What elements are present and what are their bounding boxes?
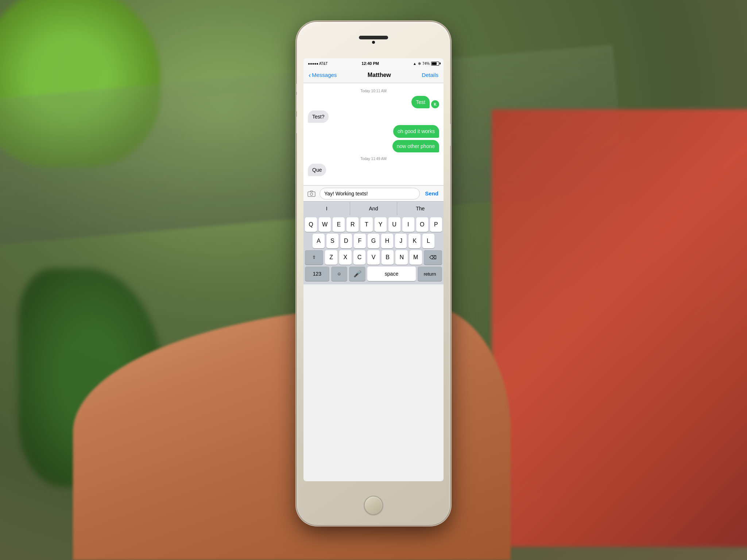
signal-icon: ▲: [413, 62, 417, 66]
back-label: Messages: [312, 72, 337, 78]
side-power-button[interactable]: [450, 124, 452, 146]
avatar: K: [431, 100, 439, 108]
autocomplete-item[interactable]: The: [397, 202, 444, 215]
message-row: Que: [308, 164, 439, 176]
volume-up-button[interactable]: [295, 95, 297, 111]
key-o[interactable]: O: [416, 217, 428, 232]
key-q[interactable]: Q: [305, 217, 317, 232]
status-right-icons: ▲ ✻ 74%: [413, 62, 439, 66]
message-bubble-outgoing: Test: [411, 96, 430, 108]
message-text-input[interactable]: Yay! Working texts!: [320, 188, 420, 199]
send-button[interactable]: Send: [423, 189, 441, 198]
key-a[interactable]: A: [313, 234, 325, 248]
keyboard-row-1: Q W E R T Y U I O P: [305, 217, 442, 232]
key-m[interactable]: M: [410, 250, 422, 265]
key-f[interactable]: F: [354, 234, 366, 248]
front-camera: [372, 41, 375, 44]
autocomplete-item[interactable]: And: [350, 202, 397, 215]
battery-percent: 74%: [422, 62, 430, 66]
key-spacer-right: [436, 234, 442, 248]
key-n[interactable]: N: [395, 250, 408, 265]
key-t[interactable]: T: [360, 217, 372, 232]
key-i[interactable]: I: [402, 217, 414, 232]
back-button[interactable]: ‹ Messages: [309, 72, 337, 78]
message-row: now other phone: [308, 140, 439, 152]
phone: ●●●●● AT&T 12:40 PM ▲ ✻ 74% ‹ Messages M…: [297, 22, 450, 525]
key-h[interactable]: H: [381, 234, 393, 248]
key-j[interactable]: J: [395, 234, 407, 248]
key-e[interactable]: E: [333, 217, 345, 232]
timestamp-2: Today 11:49 AM: [308, 157, 439, 161]
details-button[interactable]: Details: [422, 72, 438, 78]
key-v[interactable]: V: [367, 250, 380, 265]
message-bubble-incoming: Que: [308, 164, 326, 176]
key-s[interactable]: S: [326, 234, 338, 248]
timestamp-1: Today 10:11 AM: [308, 89, 439, 93]
keyboard-row-2: A S D F G H J K L: [305, 234, 442, 248]
key-p[interactable]: P: [430, 217, 442, 232]
key-g[interactable]: G: [368, 234, 380, 248]
clock: 12:40 PM: [361, 61, 379, 66]
input-text: Yay! Working texts!: [324, 191, 368, 197]
return-key[interactable]: return: [418, 267, 442, 281]
phone-screen: ●●●●● AT&T 12:40 PM ▲ ✻ 74% ‹ Messages M…: [303, 58, 444, 481]
message-input-area: Yay! Working texts! Send: [303, 185, 444, 201]
keyboard-row-4: 123 ☺ 🎤 space return: [305, 267, 442, 281]
key-l[interactable]: L: [422, 234, 434, 248]
delete-key[interactable]: ⌫: [424, 250, 442, 265]
navigation-bar: ‹ Messages Matthew Details: [303, 68, 444, 83]
message-bubble-outgoing: oh good it works: [393, 125, 439, 137]
space-key[interactable]: space: [367, 267, 416, 281]
number-key[interactable]: 123: [305, 267, 329, 281]
message-row: oh good it works: [308, 125, 439, 137]
key-d[interactable]: D: [340, 234, 352, 248]
key-z[interactable]: Z: [325, 250, 337, 265]
key-spacer-left: [305, 234, 311, 248]
key-u[interactable]: U: [388, 217, 400, 232]
messages-area[interactable]: Today 10:11 AM Test K Test? o: [303, 83, 444, 185]
camera-button[interactable]: [306, 188, 317, 199]
keyboard: Q W E R T Y U I O P A S D F: [303, 215, 444, 284]
key-x[interactable]: X: [339, 250, 352, 265]
chevron-left-icon: ‹: [309, 72, 311, 78]
outgoing-bubble-group: Test K: [411, 96, 439, 108]
msg-with-avatar: Test K: [411, 96, 439, 108]
emoji-key[interactable]: ☺: [331, 267, 348, 281]
key-k[interactable]: K: [409, 234, 421, 248]
key-b[interactable]: B: [382, 250, 394, 265]
key-c[interactable]: C: [353, 250, 366, 265]
svg-point-1: [310, 193, 313, 195]
message-row: Test K: [308, 96, 439, 108]
mute-switch[interactable]: [295, 84, 297, 92]
carrier-signal: ●●●●● AT&T: [308, 62, 328, 66]
phone-body: ●●●●● AT&T 12:40 PM ▲ ✻ 74% ‹ Messages M…: [297, 22, 450, 525]
bg-right-object: [492, 109, 747, 547]
volume-down-button[interactable]: [295, 117, 297, 133]
keyboard-row-3: ⇧ Z X C V B N M ⌫: [305, 250, 442, 265]
key-r[interactable]: R: [347, 217, 359, 232]
message-bubble-incoming: Test?: [308, 110, 329, 123]
conversation-title: Matthew: [368, 72, 391, 78]
key-y[interactable]: Y: [375, 217, 387, 232]
message-row: Test?: [308, 110, 439, 123]
status-bar: ●●●●● AT&T 12:40 PM ▲ ✻ 74%: [303, 58, 444, 68]
key-w[interactable]: W: [319, 217, 331, 232]
microphone-key[interactable]: 🎤: [349, 267, 365, 281]
speaker-grille: [359, 36, 388, 39]
message-bubble-outgoing: now other phone: [392, 140, 439, 152]
svg-rect-0: [308, 192, 315, 197]
bluetooth-icon: ✻: [418, 62, 421, 66]
autocomplete-item[interactable]: I: [303, 202, 350, 215]
autocomplete-bar: I And The: [303, 201, 444, 215]
battery-icon: [431, 62, 439, 66]
home-button[interactable]: [364, 496, 383, 515]
shift-key[interactable]: ⇧: [305, 250, 323, 265]
